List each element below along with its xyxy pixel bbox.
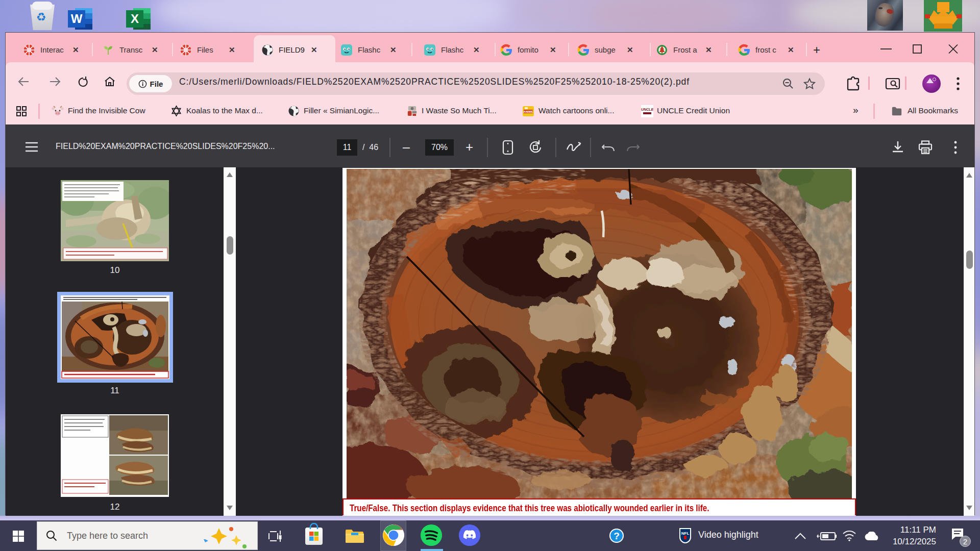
- svg-text:ANIME: ANIME: [523, 110, 533, 113]
- svg-text:NFL: NFL: [681, 531, 690, 536]
- svg-text:UNCLE: UNCLE: [641, 108, 653, 111]
